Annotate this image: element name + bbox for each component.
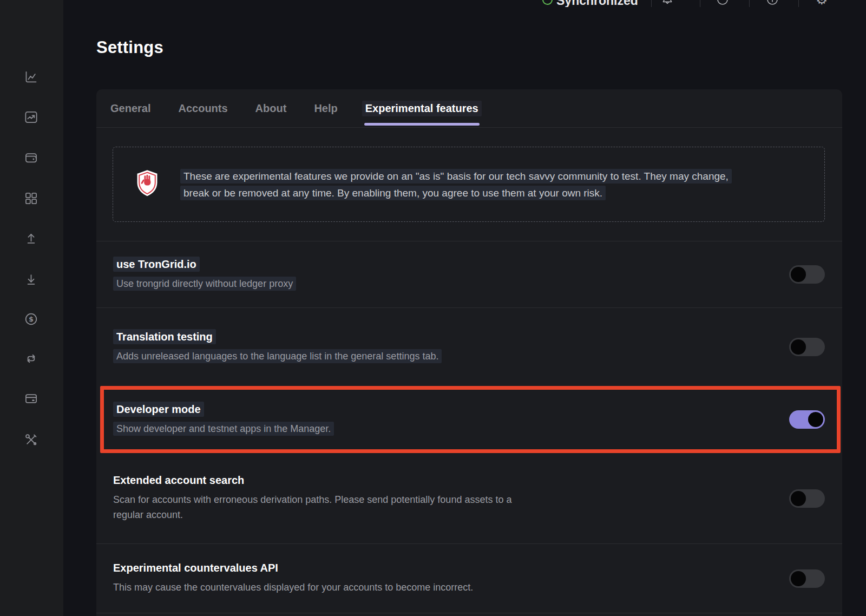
feature-description: Scan for accounts with erroneous derivat… — [113, 492, 535, 522]
manager-tools-icon[interactable] — [24, 432, 38, 447]
svg-text:$: $ — [29, 315, 34, 323]
market-trend-icon[interactable] — [24, 110, 38, 124]
settings-tabs: General Accounts About Help Experimental… — [96, 89, 842, 128]
apps-grid-icon[interactable] — [24, 191, 38, 206]
toggle-knob — [808, 412, 823, 427]
info-circle-icon[interactable] — [766, 0, 779, 6]
tab-accounts[interactable]: Accounts — [178, 89, 227, 127]
feature-description: Adds unreleased languages to the languag… — [113, 349, 442, 364]
toggle-knob — [791, 491, 806, 506]
tab-about[interactable]: About — [255, 89, 287, 127]
topbar-divider — [651, 0, 652, 7]
topbar-divider — [798, 0, 799, 7]
settings-card: General Accounts About Help Experimental… — [96, 89, 842, 616]
feature-row-countervalues-api: Experimental countervalues API This may … — [96, 543, 842, 613]
topbar-divider — [749, 0, 750, 7]
app-window: $ Synchronized — [0, 0, 866, 616]
experimental-warning-banner: These are experimental features we provi… — [96, 128, 842, 241]
receive-icon[interactable] — [24, 272, 38, 287]
page-title: Settings — [96, 38, 163, 57]
sidebar: $ — [0, 0, 63, 616]
toggle-knob — [791, 339, 806, 355]
feature-description: Show developer and testnet apps in the M… — [113, 421, 334, 436]
extended-account-search-toggle[interactable] — [789, 489, 825, 508]
tab-general[interactable]: General — [110, 89, 150, 127]
help-circle-icon[interactable] — [716, 0, 729, 6]
warning-box: These are experimental features we provi… — [113, 147, 825, 222]
developer-mode-highlight-outline: Developer mode Show developer and testne… — [100, 386, 841, 453]
tab-experimental-features[interactable]: Experimental features — [365, 89, 478, 127]
wallet-icon[interactable] — [24, 150, 38, 165]
feature-title: Developer mode — [113, 403, 334, 416]
feature-title: Extended account search — [113, 474, 535, 487]
row-text: Developer mode Show developer and testne… — [113, 403, 334, 436]
topbar: Synchronized ⚙ — [63, 0, 866, 7]
feature-row-translation-testing: Translation testing Adds unreleased lang… — [96, 307, 842, 386]
feature-description: This may cause the countervalues display… — [113, 580, 473, 595]
row-text: Extended account search Scan for account… — [113, 474, 535, 522]
topbar-divider — [700, 0, 700, 7]
row-text: Translation testing Adds unreleased lang… — [113, 331, 442, 364]
main-area: Synchronized ⚙ Settings Ge — [63, 0, 866, 616]
card-icon[interactable] — [24, 391, 38, 406]
warning-text: These are experimental features we provi… — [180, 168, 743, 201]
toggle-knob — [791, 267, 806, 282]
portfolio-chart-icon[interactable] — [24, 70, 38, 84]
feature-row-trongrid: use TronGrid.io Use trongrid directly wi… — [96, 241, 842, 307]
swap-icon[interactable] — [24, 351, 38, 366]
sync-check-icon — [542, 0, 553, 5]
feature-description: Use trongrid directly without ledger pro… — [113, 276, 296, 291]
feature-row-extended-account-search: Extended account search Scan for account… — [96, 453, 842, 543]
bell-icon[interactable] — [661, 0, 674, 6]
stop-hand-shield-icon — [135, 169, 160, 200]
settings-gear-icon[interactable]: ⚙ — [816, 0, 829, 6]
toggle-knob — [791, 571, 806, 586]
feature-title: Experimental countervalues API — [113, 562, 473, 574]
row-text: use TronGrid.io Use trongrid directly wi… — [113, 258, 296, 291]
feature-title: use TronGrid.io — [113, 258, 296, 271]
developer-mode-toggle[interactable] — [789, 410, 825, 429]
buy-sell-dollar-icon[interactable]: $ — [24, 312, 38, 326]
row-text: Experimental countervalues API This may … — [113, 562, 473, 595]
send-icon[interactable] — [24, 231, 38, 246]
tab-help[interactable]: Help — [314, 89, 337, 127]
feature-title: Translation testing — [113, 331, 442, 343]
trongrid-toggle[interactable] — [789, 265, 825, 284]
translation-testing-toggle[interactable] — [789, 338, 825, 356]
sync-status-label: Synchronized — [556, 0, 638, 7]
feature-row-developer-mode: Developer mode Show developer and testne… — [104, 390, 837, 449]
countervalues-api-toggle[interactable] — [789, 569, 825, 588]
